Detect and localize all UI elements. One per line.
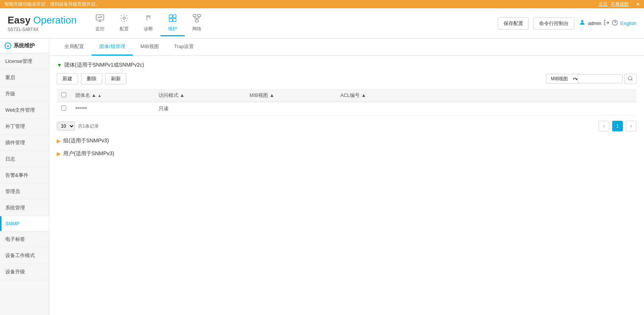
sidebar-item-log[interactable]: 日志 — [0, 151, 49, 167]
sidebar-item-snmp-label: SNMP — [5, 221, 20, 226]
sidebar-item-etag[interactable]: 电子标签 — [0, 231, 49, 248]
notif-link2[interactable]: 不再提醒 — [611, 1, 629, 8]
diagnose-icon — [144, 14, 153, 25]
cmd-console-button[interactable]: 命令行控制台 — [533, 17, 574, 30]
filter-select[interactable]: MIB视图 — [546, 74, 580, 84]
delete-button[interactable]: 删除 — [81, 73, 102, 84]
sidebar-item-patch[interactable]: 补丁管理 — [0, 119, 49, 135]
tab-global-label: 全局配置 — [64, 44, 84, 49]
notification-links[interactable]: 元旦 不再提醒 — [599, 1, 629, 8]
nav-monitor[interactable]: 监控 — [88, 11, 112, 36]
sidebar-item-sysmgmt-label: 系统管理 — [5, 205, 25, 211]
svg-rect-12 — [193, 14, 196, 17]
sidebar-item-webfile[interactable]: Web文件管理 — [0, 102, 49, 119]
community-section-header[interactable]: ▼ 团体(适用于SNMPv1或SNMPv2c) — [57, 62, 636, 69]
tab-mibview-label: MIB视图 — [140, 44, 159, 49]
filter-search-input[interactable] — [577, 74, 623, 83]
user-expand-icon: ▶ — [57, 151, 61, 157]
col-access-label: 访问模式 ▲ — [159, 92, 184, 98]
col-mib-label: MIB视图 ▲ — [249, 92, 274, 98]
sidebar-item-upgrade[interactable]: 升级 — [0, 86, 49, 102]
pagination: 10 共1条记录 ‹ 1 › — [57, 121, 636, 131]
sidebar-item-admin-label: 管理员 — [5, 189, 20, 194]
nav-config-label: 配置 — [120, 26, 129, 32]
sidebar: ● 系统维护 License管理 重启 升级 Web文件管理 补丁管理 插件管理… — [0, 39, 49, 315]
tab-trap-label: Trap设置 — [174, 44, 194, 49]
svg-rect-9 — [173, 15, 176, 18]
col-acl-header[interactable]: ACL编号 ▲ — [336, 89, 636, 102]
sidebar-item-license-label: License管理 — [5, 58, 32, 64]
notification-text: 智能升级功能未开启，请到设备升级页面开启。 — [5, 1, 599, 8]
tab-community[interactable]: 团体/组管理 — [92, 39, 133, 56]
help-icon[interactable] — [612, 20, 618, 27]
select-all-checkbox[interactable] — [61, 92, 66, 97]
nav-maintain[interactable]: 维护 — [161, 11, 185, 36]
sidebar-item-workmode-label: 设备工作模式 — [5, 253, 35, 258]
tab-trap[interactable]: Trap设置 — [167, 39, 201, 56]
community-section-title: 团体(适用于SNMPv1或SNMPv2c) — [64, 62, 144, 69]
config-icon — [120, 14, 129, 25]
save-config-button[interactable]: 保存配置 — [498, 17, 529, 30]
sidebar-item-license[interactable]: License管理 — [0, 53, 49, 70]
sidebar-item-devupgrade[interactable]: 设备升级 — [0, 264, 49, 280]
col-mib-header[interactable]: MIB视图 ▲ — [245, 89, 336, 102]
filter-area: MIB视图 ▼ — [546, 74, 636, 84]
notification-close[interactable]: × — [636, 1, 639, 7]
group-section-header[interactable]: ▶ 组(适用于SNMPv3) — [57, 137, 636, 144]
user-icon — [579, 19, 586, 28]
new-button[interactable]: 新建 — [57, 73, 78, 84]
svg-rect-10 — [169, 19, 172, 22]
username-label: admin — [588, 20, 601, 26]
col-access-header[interactable]: 访问模式 ▲ — [154, 89, 245, 102]
nav-monitor-label: 监控 — [95, 26, 104, 32]
user-area: admin English — [579, 19, 636, 28]
group-section-title: 组(适用于SNMPv3) — [63, 137, 109, 144]
page-prev-button[interactable]: ‹ — [599, 121, 609, 131]
refresh-button[interactable]: 刷新 — [105, 73, 126, 84]
nav-network-label: 网络 — [192, 26, 201, 32]
page-1-button[interactable]: 1 — [612, 121, 623, 131]
search-icon — [628, 76, 633, 81]
sidebar-item-admin[interactable]: 管理员 — [0, 184, 49, 200]
sidebar-item-webfile-label: Web文件管理 — [5, 107, 35, 113]
nav-config[interactable]: 配置 — [112, 11, 136, 36]
header-right: 保存配置 命令行控制台 admin English — [498, 17, 636, 30]
content-area: 全局配置 团体/组管理 MIB视图 Trap设置 ▼ 团体(适用于SNMPv1或… — [49, 39, 644, 315]
svg-point-3 — [123, 17, 125, 19]
sidebar-item-etag-label: 电子标签 — [5, 236, 25, 242]
header: Easy Operation S5731-S48T4X 监控 配置 — [0, 8, 644, 39]
row-access-cell: 只读 — [154, 102, 245, 115]
nav-maintain-label: 维护 — [168, 26, 177, 32]
notif-link1[interactable]: 元旦 — [599, 1, 608, 8]
tab-mibview[interactable]: MIB视图 — [133, 39, 167, 56]
sidebar-item-plugin[interactable]: 插件管理 — [0, 135, 49, 151]
nav-diagnose[interactable]: 诊断 — [136, 11, 161, 36]
search-button[interactable] — [624, 74, 636, 84]
svg-rect-11 — [173, 19, 176, 22]
user-section-header[interactable]: ▶ 用户(适用于SNMPv3) — [57, 150, 636, 157]
sidebar-item-alarm[interactable]: 告警&事件 — [0, 167, 49, 184]
row-mib-cell — [245, 102, 336, 115]
row-checkbox[interactable] — [61, 106, 66, 111]
logout-icon[interactable] — [603, 20, 610, 27]
svg-rect-14 — [195, 20, 198, 22]
page-next-button[interactable]: › — [626, 121, 636, 131]
sidebar-item-snmp[interactable]: SNMP — [0, 216, 49, 231]
maintain-icon — [168, 14, 177, 25]
tab-global[interactable]: 全局配置 — [57, 39, 92, 56]
sidebar-item-sysmgmt[interactable]: 系统管理 — [0, 200, 49, 216]
sidebar-item-restart[interactable]: 重启 — [0, 70, 49, 86]
sidebar-item-devupgrade-label: 设备升级 — [5, 269, 25, 274]
page-size-select[interactable]: 10 — [57, 122, 75, 131]
col-name-header[interactable]: 团体名 ▲ — [71, 89, 154, 102]
device-name: S5731-S48T4X — [8, 27, 76, 32]
tab-bar: 全局配置 团体/组管理 MIB视图 Trap设置 — [49, 39, 644, 56]
language-button[interactable]: English — [620, 20, 636, 26]
svg-point-19 — [581, 20, 583, 22]
logo-area: Easy Operation S5731-S48T4X — [8, 14, 76, 32]
table-body: ****** 只读 — [57, 102, 636, 115]
sidebar-item-workmode[interactable]: 设备工作模式 — [0, 248, 49, 264]
nav-network[interactable]: 网络 — [185, 11, 209, 36]
content-body: ▼ 团体(适用于SNMPv1或SNMPv2c) 新建 删除 刷新 MIB视图 ▼ — [49, 56, 644, 315]
row-check-cell[interactable] — [57, 102, 71, 115]
